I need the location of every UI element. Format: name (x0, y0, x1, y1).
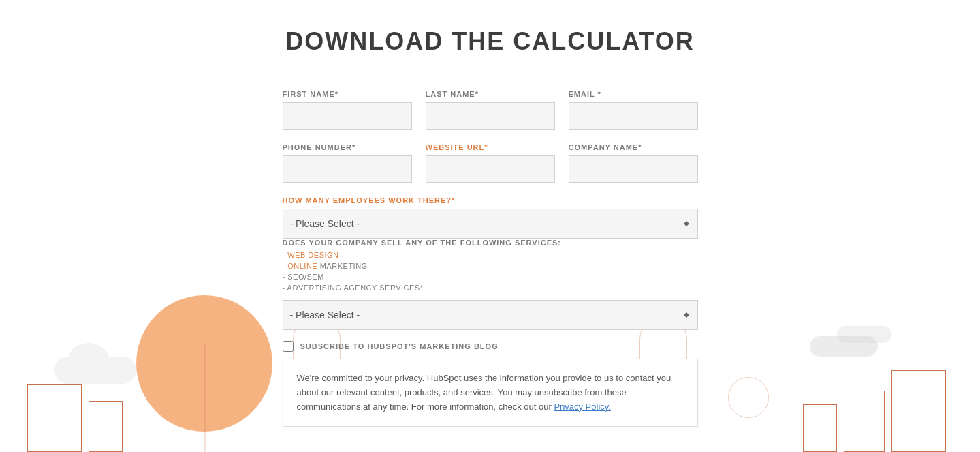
first-name-input[interactable] (283, 102, 412, 130)
last-name-group: LAST NAME* (426, 90, 555, 130)
phone-input[interactable] (283, 155, 412, 183)
website-group: WEBSITE URL* (426, 143, 555, 183)
employees-label: HOW MANY EMPLOYEES WORK THERE?* (283, 196, 698, 205)
services-label: DOES YOUR COMPANY SELL ANY OF THE FOLLOW… (283, 239, 698, 247)
subscribe-checkbox[interactable] (283, 341, 294, 352)
privacy-policy-link[interactable]: Privacy Policy. (554, 402, 611, 412)
privacy-notice: We're committed to your privacy. HubSpot… (283, 359, 698, 427)
last-name-label: LAST NAME* (426, 90, 555, 98)
website-input[interactable] (426, 155, 555, 183)
phone-label: PHONE NUMBER* (283, 143, 412, 151)
building-left-1 (27, 384, 82, 452)
building-right-3 (803, 404, 837, 452)
company-group: COMPANY NAME* (569, 143, 698, 183)
page-title: DOWNLOAD THE CALCULATOR (283, 27, 698, 56)
cloud-decoration-1 (54, 357, 136, 384)
form-row-1: FIRST NAME* LAST NAME* EMAIL * (283, 90, 698, 130)
services-group: DOES YOUR COMPANY SELL ANY OF THE FOLLOW… (283, 239, 698, 330)
subscribe-row: SUBSCRIBE TO HUBSPOT'S MARKETING BLOG (283, 341, 698, 352)
company-label: COMPANY NAME* (569, 143, 698, 151)
employees-group: HOW MANY EMPLOYEES WORK THERE?* - Please… (283, 196, 698, 239)
first-name-label: FIRST NAME* (283, 90, 412, 98)
privacy-text: We're committed to your privacy. HubSpot… (297, 373, 671, 412)
service-item-web-design: - WEB DESIGN (283, 251, 698, 259)
service-item-advertising: - ADVERTISING AGENCY SERVICES* (283, 284, 698, 292)
service-item-online-marketing: - ONLINE MARKETING (283, 262, 698, 270)
first-name-group: FIRST NAME* (283, 90, 412, 130)
email-label: EMAIL * (569, 90, 698, 98)
email-input[interactable] (569, 102, 698, 130)
building-right-2 (844, 391, 885, 452)
building-right-1 (891, 370, 946, 452)
website-label: WEBSITE URL* (426, 143, 555, 151)
building-left-2 (89, 401, 123, 452)
services-list: - WEB DESIGN - ONLINE MARKETING - SEO/SE… (283, 251, 698, 292)
phone-group: PHONE NUMBER* (283, 143, 412, 183)
company-input[interactable] (569, 155, 698, 183)
employees-select[interactable]: - Please Select - 1-10 11-50 51-200 201-… (283, 209, 698, 239)
service-item-seo: - SEO/SEM (283, 273, 698, 281)
page-wrapper: DOWNLOAD THE CALCULATOR FIRST NAME* LAST… (0, 0, 980, 452)
last-name-input[interactable] (426, 102, 555, 130)
main-content: DOWNLOAD THE CALCULATOR FIRST NAME* LAST… (269, 0, 712, 440)
email-group: EMAIL * (569, 90, 698, 130)
subscribe-label: SUBSCRIBE TO HUBSPOT'S MARKETING BLOG (300, 342, 499, 350)
cloud-right-2 (837, 326, 891, 343)
services-select[interactable]: - Please Select - Yes No (283, 300, 698, 330)
form-row-2: PHONE NUMBER* WEBSITE URL* COMPANY NAME* (283, 143, 698, 183)
circle-right-decoration (728, 377, 769, 418)
line-left-decoration (204, 343, 206, 452)
